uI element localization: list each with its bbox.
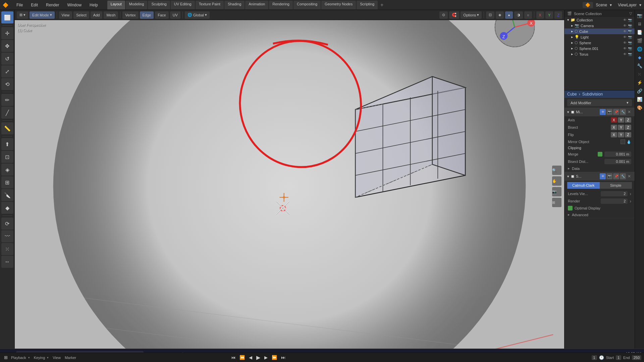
- jump-start-btn[interactable]: ⏮: [230, 354, 237, 361]
- bisect-y-btn[interactable]: Y: [618, 125, 624, 130]
- mirror-object-picker[interactable]: [621, 139, 625, 144]
- menu-render[interactable]: Render: [44, 1, 61, 9]
- physics-prop-btn[interactable]: ⚡: [636, 78, 644, 86]
- bisect-x-btn[interactable]: X: [611, 125, 617, 130]
- quad-view-btn[interactable]: ⊞: [552, 198, 561, 207]
- modifier-prop-btn[interactable]: 🔧: [636, 62, 644, 70]
- proportional-edit-btn[interactable]: ⊙: [439, 11, 448, 19]
- current-frame-display[interactable]: 1: [592, 355, 597, 360]
- object-prop-btn[interactable]: ◆: [636, 53, 644, 61]
- mirror-realtime-btn[interactable]: 👁: [600, 109, 606, 115]
- inset-tool[interactable]: ⊡: [1, 151, 13, 163]
- extrude-tool[interactable]: ⬆: [1, 138, 13, 150]
- flip-x-btn[interactable]: X: [611, 132, 617, 137]
- mirror-remove-btn[interactable]: ✕: [627, 109, 632, 115]
- mirror-object-dropper[interactable]: 💧: [627, 140, 631, 144]
- mirror-render-btn[interactable]: 📷: [606, 109, 612, 115]
- advanced-collapse-icon[interactable]: ▸: [568, 213, 570, 217]
- snap-btn[interactable]: 🧲: [449, 11, 459, 19]
- data-collapse-icon[interactable]: ▸: [568, 166, 570, 171]
- mesh-menu-btn[interactable]: Mesh: [104, 11, 118, 19]
- ws-tab-layout[interactable]: Layout: [107, 1, 125, 9]
- uv-menu-btn[interactable]: UV: [170, 11, 180, 19]
- playback-dropdown[interactable]: ▾: [28, 356, 30, 359]
- select-menu-btn[interactable]: Select: [73, 11, 89, 19]
- optimal-display-checkbox[interactable]: [568, 206, 573, 210]
- mirror-edit-btn[interactable]: 🔧: [620, 109, 626, 115]
- engine-selector[interactable]: 🔶: [583, 2, 593, 8]
- ws-tab-shading[interactable]: Shading: [224, 1, 245, 9]
- mirror-collapse-icon[interactable]: ▾: [567, 110, 569, 114]
- flip-z-btn[interactable]: Z: [625, 132, 631, 137]
- bisect-z-btn[interactable]: Z: [625, 125, 631, 130]
- mirror-pin-btn[interactable]: 📌: [613, 109, 619, 115]
- play-btn[interactable]: ▶: [255, 354, 262, 361]
- render-prop-btn[interactable]: 📷: [636, 11, 644, 19]
- view-label[interactable]: View: [53, 356, 61, 360]
- ws-tab-scripting[interactable]: Scripting: [357, 1, 378, 9]
- particles-prop-btn[interactable]: ⁙: [636, 70, 644, 78]
- ws-tab-modeling[interactable]: Modeling: [126, 1, 148, 9]
- torus-eye-icon[interactable]: 👁: [623, 52, 627, 56]
- cursor-tool[interactable]: ✛: [1, 27, 13, 39]
- ws-tab-geonodes[interactable]: Geometry Nodes: [321, 1, 356, 9]
- scene-item-sphere[interactable]: ▸ ⬡ Sphere 👁 📷: [565, 40, 635, 46]
- scene-dropdown[interactable]: ▾: [610, 3, 612, 7]
- cube-eye-icon[interactable]: 👁: [623, 29, 627, 33]
- add-menu-btn[interactable]: Add: [91, 11, 103, 19]
- scale-tool[interactable]: ⤢: [1, 65, 13, 77]
- subdiv-render-btn[interactable]: 📷: [606, 173, 612, 179]
- subdiv-remove-btn[interactable]: ✕: [627, 174, 632, 179]
- cube-render-icon[interactable]: 📷: [628, 29, 632, 33]
- flip-y-btn[interactable]: Y: [618, 132, 624, 137]
- end-value[interactable]: 250: [632, 355, 641, 360]
- randomize-tool[interactable]: ⁙: [1, 243, 13, 255]
- y-axis-btn[interactable]: Y: [545, 11, 553, 19]
- menu-help[interactable]: Help: [88, 1, 100, 9]
- annotate-line-tool[interactable]: ╱: [1, 107, 13, 119]
- levels-view-value[interactable]: 2: [601, 191, 628, 196]
- render-shading-btn[interactable]: ○: [524, 11, 532, 19]
- torus-render-icon[interactable]: 📷: [628, 52, 632, 56]
- edge-mode-btn[interactable]: Edge: [140, 11, 154, 19]
- subdiv-edit-btn[interactable]: 🔧: [620, 173, 626, 179]
- sphere001-render-icon[interactable]: 📷: [628, 47, 632, 50]
- material-prop-btn[interactable]: 🎨: [636, 104, 644, 112]
- data-prop-btn[interactable]: 📊: [636, 95, 644, 103]
- merge-value[interactable]: 0.001 m: [604, 152, 631, 157]
- output-prop-btn[interactable]: 🖥: [636, 20, 644, 28]
- subdiv-collapse-icon[interactable]: ▾: [567, 174, 569, 179]
- playback-label[interactable]: Playback: [11, 356, 26, 360]
- vertex-mode-btn[interactable]: Vertex: [122, 11, 138, 19]
- ws-tab-texturepaint[interactable]: Texture Paint: [196, 1, 224, 9]
- viewlayer-name[interactable]: ViewLayer: [618, 3, 637, 7]
- spin-tool[interactable]: ⟳: [1, 218, 13, 230]
- scene-prop-btn[interactable]: 🎬: [636, 37, 644, 45]
- keying-label[interactable]: Keying: [34, 356, 45, 360]
- light-eye-icon[interactable]: 👁: [623, 35, 627, 39]
- scene-name[interactable]: Scene: [596, 3, 607, 7]
- slide-relax-tool[interactable]: ↔: [1, 256, 13, 268]
- ws-tab-sculpting[interactable]: Sculpting: [148, 1, 170, 9]
- overlay-btn[interactable]: ⊡: [486, 11, 494, 19]
- select-box-tool[interactable]: ⬜: [1, 11, 13, 23]
- editor-type-btn[interactable]: ⊞ ▾: [17, 11, 28, 19]
- measure-tool[interactable]: 📏: [1, 122, 13, 134]
- render-icon[interactable]: 📷: [628, 18, 632, 22]
- render-level-stepper[interactable]: ›: [630, 198, 631, 204]
- ws-tab-rendering[interactable]: Rendering: [269, 1, 293, 9]
- axis-x-btn[interactable]: X: [611, 117, 617, 123]
- marker-label[interactable]: Marker: [65, 356, 76, 360]
- transform-global-btn[interactable]: 🌐 Global ▾: [185, 11, 210, 19]
- sphere001-eye-icon[interactable]: 👁: [623, 47, 627, 50]
- solid-shading-btn[interactable]: ●: [505, 11, 513, 19]
- timeline-editor-type[interactable]: ⊞: [3, 354, 9, 361]
- menu-window[interactable]: Window: [65, 1, 84, 9]
- options-btn[interactable]: Options ▾: [461, 11, 482, 19]
- transform-tool[interactable]: ⟲: [1, 78, 13, 90]
- filter-icon[interactable]: ▽: [629, 11, 632, 16]
- prev-keyframe-btn[interactable]: ⏪: [238, 354, 246, 361]
- xray-btn[interactable]: ◈: [496, 11, 504, 19]
- z-axis-btn[interactable]: Z: [554, 11, 562, 19]
- constraints-prop-btn[interactable]: 🔗: [636, 87, 644, 95]
